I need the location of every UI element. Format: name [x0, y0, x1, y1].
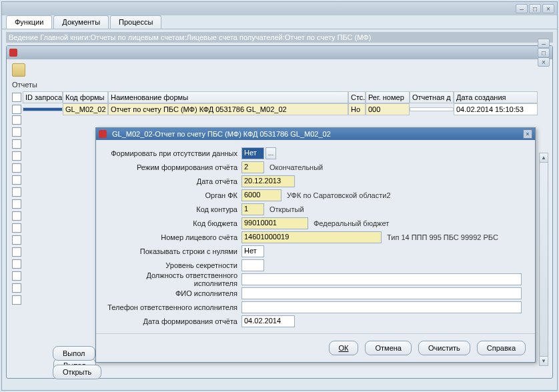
cell-name[interactable]: Отчет по счету ПБС (МФ) КФД 0531786 GL_M…: [108, 103, 348, 115]
cell-code[interactable]: GL_M02_02: [63, 103, 108, 115]
input-contour[interactable]: 1: [241, 203, 264, 215]
row-checkbox[interactable]: [12, 223, 21, 233]
execute-button-2[interactable]: Выпол: [53, 346, 95, 361]
row-checkbox[interactable]: [12, 151, 21, 161]
header-id[interactable]: ID запроса: [23, 91, 63, 103]
minimize-button[interactable]: –: [516, 4, 528, 13]
grid-header-row: ID запроса Код формы Наименование формы …: [12, 91, 547, 103]
vertical-scrollbar[interactable]: ▲ ▼: [539, 153, 548, 366]
row-checkbox[interactable]: [12, 247, 21, 257]
input-exec-name[interactable]: [241, 287, 522, 299]
input-form-date[interactable]: 04.02.2014: [241, 315, 295, 327]
lov-button[interactable]: …: [265, 147, 276, 159]
label-exec-phone: Телефон ответственного исполнителя: [104, 303, 241, 311]
row-checkbox[interactable]: [12, 211, 21, 221]
desc-budget: Федеральный бюджет: [314, 219, 389, 227]
main-tabs: Функции Документы Процессы: [2, 15, 557, 29]
inner-maximize[interactable]: □: [538, 48, 550, 57]
breadcrumb: Ведение Главной книги:Отчеты по лицевым …: [6, 32, 553, 43]
label-organ: Орган ФК: [104, 191, 241, 199]
input-form-on-absence[interactable]: Нет: [241, 147, 264, 159]
input-exec-post[interactable]: [241, 273, 522, 285]
label-exec-post: Должность ответственного исполнителя: [104, 271, 241, 287]
dialog-close-button[interactable]: ×: [523, 129, 532, 139]
dialog-titlebar: GL_M02_02-Отчет по счету ПБС (МФ) КФД 05…: [96, 128, 535, 140]
input-budget[interactable]: 99010001: [241, 217, 308, 229]
oracle-icon: [9, 49, 17, 57]
inner-close[interactable]: ×: [538, 57, 550, 67]
row-checkbox[interactable]: [12, 283, 21, 293]
row-checkbox[interactable]: [12, 175, 21, 185]
main-titlebar: – □ ×: [2, 2, 557, 15]
parameters-dialog: GL_M02_02-Отчет по счету ПБС (МФ) КФД 05…: [95, 127, 536, 363]
toolbar-icon[interactable]: [12, 63, 25, 77]
row-checkbox[interactable]: [12, 115, 21, 125]
cell-reg[interactable]: 000: [366, 103, 410, 115]
dialog-title: GL_M02_02-Отчет по счету ПБС (МФ) КФД 05…: [112, 130, 331, 138]
tab-processes[interactable]: Процессы: [110, 15, 161, 29]
row-checkbox[interactable]: [12, 127, 21, 137]
desc-organ: УФК по Саратовской области2: [287, 191, 391, 199]
inner-minimize[interactable]: –: [538, 39, 550, 48]
header-reg[interactable]: Рег. номер: [366, 91, 410, 103]
label-show-zero: Показывать строки с нулями: [104, 247, 241, 255]
label-form-on-absence: Формировать при отсутствии данных: [104, 149, 241, 157]
label-mode: Режим формирования отчёта: [104, 163, 241, 171]
tab-functions[interactable]: Функции: [6, 15, 52, 29]
row-checkbox[interactable]: [12, 139, 21, 149]
main-window: – □ × Функции Документы Процессы Ведение…: [1, 1, 558, 391]
cell-status[interactable]: Но: [348, 103, 366, 115]
oracle-icon: [99, 130, 107, 138]
close-button[interactable]: ×: [542, 4, 554, 13]
cell-create-date[interactable]: 04.02.2014 15:10:53: [454, 103, 538, 115]
input-secrecy[interactable]: [241, 259, 264, 271]
row-checkbox[interactable]: [12, 259, 21, 269]
select-all-checkbox[interactable]: [12, 93, 21, 102]
tab-documents[interactable]: Документы: [53, 15, 109, 29]
ok-button[interactable]: ОК: [329, 341, 359, 355]
label-exec-name: ФИО исполнителя: [104, 289, 241, 297]
header-status[interactable]: Стс.: [348, 91, 366, 103]
table-row[interactable]: GL_M02_02 Отчет по счету ПБС (МФ) КФД 05…: [12, 103, 547, 115]
label-secrecy: Уровень секретности: [104, 261, 241, 269]
label-form-date: Дата формирования отчёта: [104, 317, 241, 325]
row-checkbox[interactable]: [12, 271, 21, 281]
input-organ[interactable]: 6000: [241, 189, 282, 201]
cancel-button[interactable]: Отмена: [365, 341, 411, 355]
row-checkbox[interactable]: [12, 199, 21, 209]
header-report-date[interactable]: Отчетная д: [410, 91, 454, 103]
scroll-up-icon[interactable]: ▲: [540, 153, 548, 163]
maximize-button[interactable]: □: [529, 4, 541, 13]
input-show-zero[interactable]: Нет: [241, 245, 264, 257]
header-code[interactable]: Код формы: [63, 91, 108, 103]
help-button[interactable]: Справка: [477, 341, 526, 355]
inner-titlebar: – □ ×: [7, 46, 552, 59]
label-account: Номер лицевого счёта: [104, 233, 241, 241]
desc-contour: Открытый: [269, 205, 304, 213]
header-name[interactable]: Наименование формы: [108, 91, 348, 103]
clear-button[interactable]: Очистить: [418, 341, 470, 355]
label-contour: Код контура: [104, 205, 241, 213]
label-report-date: Дата отчёта: [104, 177, 241, 185]
row-checkbox[interactable]: [12, 105, 21, 114]
section-title: Отчеты: [7, 79, 552, 90]
scroll-down-icon[interactable]: ▼: [540, 356, 548, 365]
row-checkbox[interactable]: [12, 187, 21, 197]
row-checkbox[interactable]: [12, 295, 21, 305]
desc-mode: Окончательный: [269, 163, 323, 171]
input-mode[interactable]: 2: [241, 161, 264, 173]
input-account[interactable]: 14601000019: [241, 231, 382, 243]
row-checkbox[interactable]: [12, 163, 21, 173]
cell-report-date[interactable]: [410, 107, 454, 111]
desc-account: Тип 14 ППП 995 ПБС 99992 РБС: [387, 233, 498, 241]
input-report-date[interactable]: 20.12.2013: [241, 175, 295, 187]
header-create-date[interactable]: Дата создания: [454, 91, 538, 103]
row-checkbox[interactable]: [12, 235, 21, 245]
input-exec-phone[interactable]: [241, 301, 522, 313]
open-button[interactable]: Открыть: [53, 365, 101, 379]
label-budget: Код бюджета: [104, 219, 241, 227]
cell-id[interactable]: [23, 107, 63, 111]
